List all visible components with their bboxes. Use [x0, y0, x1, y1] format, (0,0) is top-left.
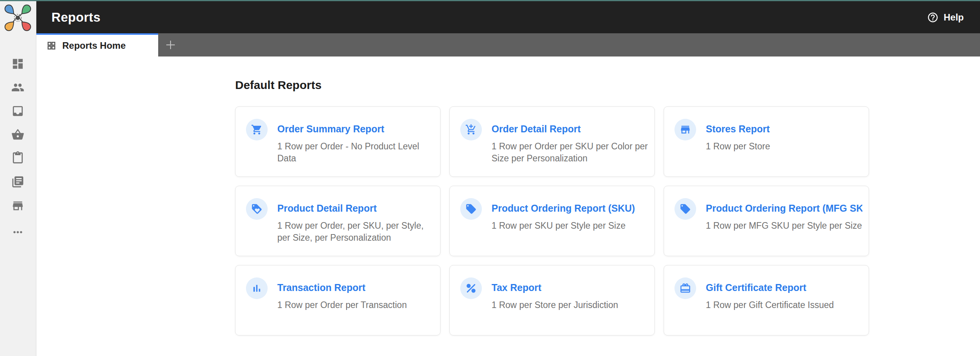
- library-books-icon: [11, 175, 24, 188]
- dashboard-icon: [11, 57, 24, 70]
- section-heading: Default Reports: [235, 79, 321, 92]
- shopping-basket-icon: [11, 128, 24, 141]
- sidebar-item-dashboard[interactable]: [11, 57, 24, 70]
- card-tax-report[interactable]: Tax Report 1 Row per Store per Jurisdict…: [449, 265, 655, 335]
- sidebar-item-reports[interactable]: [11, 175, 24, 188]
- report-description: 1 Row per Order per SKU per Color per Si…: [492, 140, 648, 164]
- report-link[interactable]: Product Ordering Report (MFG SK...: [706, 202, 862, 215]
- report-card-grid: Order Summary Report 1 Row per Order - N…: [235, 106, 869, 335]
- more-horiz-icon: [11, 226, 24, 239]
- gift-icon: [674, 277, 696, 299]
- report-description: 1 Row per Store: [706, 140, 862, 152]
- sidebar-item-people[interactable]: [11, 81, 24, 94]
- card-product-ordering-report-mfg-sku[interactable]: Product Ordering Report (MFG SK... 1 Row…: [664, 186, 869, 256]
- report-description: 1 Row per Order per Transaction: [277, 299, 434, 311]
- report-description: 1 Row per Gift Certificate Issued: [706, 299, 862, 311]
- inbox-icon: [11, 104, 24, 118]
- percent-icon: [460, 277, 482, 299]
- clipboard-icon: [11, 151, 24, 164]
- card-transaction-report[interactable]: Transaction Report 1 Row per Order per T…: [235, 265, 440, 335]
- sidebar: [0, 1, 36, 356]
- add-tab-button[interactable]: [158, 33, 183, 56]
- report-link[interactable]: Transaction Report: [277, 281, 434, 294]
- tab-bar: Reports Home: [36, 33, 980, 56]
- report-link[interactable]: Product Detail Report: [277, 202, 434, 215]
- sidebar-item-inbox[interactable]: [11, 104, 24, 118]
- report-description: 1 Row per Store per Jurisdiction: [492, 299, 648, 311]
- page-title: Reports: [51, 10, 101, 25]
- report-link[interactable]: Stores Report: [706, 122, 862, 135]
- report-description: 1 Row per SKU per Style per Size: [492, 220, 648, 232]
- report-link[interactable]: Gift Certificate Report: [706, 281, 862, 294]
- report-link[interactable]: Order Summary Report: [277, 122, 434, 135]
- help-label: Help: [944, 12, 964, 23]
- tag-icon: [460, 198, 482, 220]
- report-link[interactable]: Product Ordering Report (SKU): [492, 202, 648, 215]
- bar-chart-icon: [246, 277, 268, 299]
- report-description: 1 Row per MFG SKU per Style per Size: [706, 220, 862, 232]
- main-content: Default Reports Order Summary Report 1 R…: [36, 56, 980, 356]
- sidebar-item-shopping[interactable]: [11, 128, 24, 141]
- card-product-detail-report[interactable]: Product Detail Report 1 Row per Order, p…: [235, 186, 440, 256]
- app-header: Reports Help: [36, 1, 980, 33]
- help-circle-icon: [927, 12, 939, 23]
- report-link[interactable]: Tax Report: [492, 281, 648, 294]
- shopping-cart-icon: [246, 119, 268, 140]
- sidebar-item-more[interactable]: [11, 226, 24, 239]
- card-order-detail-report[interactable]: Order Detail Report 1 Row per Order per …: [449, 106, 655, 177]
- tab-reports-home[interactable]: Reports Home: [36, 33, 158, 56]
- app-logo[interactable]: [4, 4, 31, 31]
- sidebar-item-clipboard[interactable]: [11, 151, 24, 164]
- sidebar-item-store[interactable]: [11, 199, 24, 212]
- tab-label: Reports Home: [62, 40, 126, 51]
- help-button[interactable]: Help: [927, 1, 964, 33]
- card-stores-report[interactable]: Stores Report 1 Row per Store: [664, 106, 869, 177]
- plus-icon: [164, 39, 177, 51]
- people-icon: [11, 81, 24, 94]
- tag-icon: [674, 198, 696, 220]
- store-icon: [11, 199, 24, 212]
- card-product-ordering-report-sku[interactable]: Product Ordering Report (SKU) 1 Row per …: [449, 186, 655, 256]
- top-accent-strip: [0, 0, 980, 1]
- card-order-summary-report[interactable]: Order Summary Report 1 Row per Order - N…: [235, 106, 440, 177]
- loyalty-tag-icon: [246, 198, 268, 220]
- store-icon: [674, 119, 696, 140]
- card-gift-certificate-report[interactable]: Gift Certificate Report 1 Row per Gift C…: [664, 265, 869, 335]
- report-description: 1 Row per Order - No Product Level Data: [277, 140, 434, 164]
- report-description: 1 Row per Order, per SKU, per Style, per…: [277, 220, 434, 244]
- add-shopping-cart-icon: [460, 119, 482, 140]
- report-link[interactable]: Order Detail Report: [492, 122, 648, 135]
- grid-view-icon: [46, 41, 56, 51]
